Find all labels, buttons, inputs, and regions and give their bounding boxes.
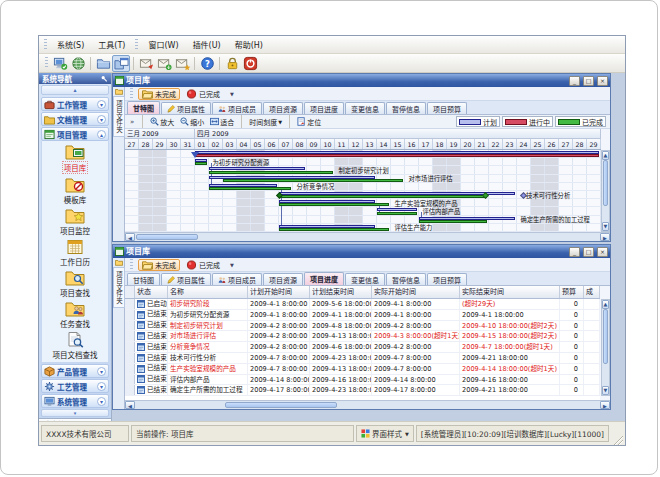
tab-project-attrs[interactable]: 项目属性 (161, 102, 211, 114)
project-window-button[interactable] (112, 55, 130, 72)
chevron-down-icon[interactable]: ▾ (97, 367, 106, 376)
scroll-thumb[interactable] (136, 234, 198, 240)
row-selector[interactable] (125, 353, 135, 363)
scroll-right-button[interactable]: ▶ (600, 233, 610, 241)
sidebar-item-work-calendar[interactable]: 工作日历 (42, 238, 108, 267)
table-vertical-scrollbar[interactable]: ▲ ▼ (601, 299, 610, 396)
tab-project-budget[interactable]: 项目预算 (427, 273, 467, 285)
sidebar-item-project-monitor[interactable]: 项目监控 (42, 207, 108, 236)
column-header-3[interactable]: 计划开始时间 (248, 286, 310, 298)
table-row[interactable]: 已结束生产实验室规模的产品2009-4-7 8:00:002009-4-13 1… (125, 364, 600, 375)
sidebar-item-project-library[interactable]: 项目库 (42, 143, 108, 174)
scroll-thumb[interactable] (225, 402, 337, 408)
gantt-bar-done[interactable] (279, 228, 389, 231)
workstation-button[interactable] (51, 55, 69, 72)
resize-grip[interactable] (612, 434, 623, 445)
chevron-down-icon[interactable]: ▾ (97, 397, 106, 406)
sidebar-section-docs[interactable]: 文档管理▾ (41, 112, 109, 126)
maximize-button[interactable]: □ (583, 247, 594, 257)
sidebar-section-sysmgmt[interactable]: 系统管理▾ (41, 394, 109, 408)
table-row[interactable]: 已结束技术可行性分析2009-4-7 8:00:002009-4-23 18:0… (125, 353, 600, 364)
close-button[interactable]: × (597, 76, 608, 86)
column-header-6[interactable]: 实际结束时间 (460, 286, 560, 298)
table-window-titlebar[interactable]: 项目库 _ □ × (113, 245, 610, 258)
tab-project-budget[interactable]: 项目预算 (427, 102, 467, 114)
menu-window[interactable]: 窗口(W) (141, 37, 185, 52)
pin-icon[interactable] (100, 75, 108, 83)
tab-gantt-chart[interactable]: 甘特图 (127, 273, 160, 285)
column-header-4[interactable]: 计划结束时间 (310, 286, 372, 298)
tab-pause-info[interactable]: 暂停信息 (386, 273, 426, 285)
gantt-vertical-scrollbar[interactable]: ▲ ▼ (601, 150, 610, 232)
scroll-up-button[interactable]: ▲ (602, 300, 609, 309)
menu-system[interactable]: 系统(S) (50, 37, 91, 52)
sidebar-item-task-search[interactable]: 任务查找 (42, 300, 108, 329)
toolbar-overflow-button[interactable]: » (127, 118, 137, 126)
gantt-bar-done[interactable] (279, 203, 389, 206)
locate-button[interactable]: 定位 (295, 116, 323, 128)
sidebar-section-craft[interactable]: 工艺管理▾ (41, 379, 109, 393)
gantt-bar-done[interactable] (279, 195, 487, 198)
table-folder-vtab[interactable]: 项目文件夹 (113, 258, 125, 409)
minimize-button[interactable]: _ (569, 247, 580, 257)
close-button[interactable]: × (597, 247, 608, 257)
scroll-thumb[interactable] (603, 160, 608, 206)
scroll-up-button[interactable]: ▲ (602, 151, 609, 160)
help-button[interactable]: ? (198, 55, 216, 72)
tab-gantt-chart[interactable]: 甘特图 (127, 101, 160, 114)
column-header-1[interactable]: 状态 (135, 286, 168, 298)
row-selector[interactable] (125, 375, 135, 385)
chevron-up-icon[interactable]: ▴ (97, 130, 106, 139)
filter-finished-button[interactable]: 已完成 (182, 259, 224, 271)
zoom-out-button[interactable]: 缩小 (178, 116, 206, 128)
filter-overflow-button[interactable]: ▼ (226, 262, 238, 268)
tab-pause-info[interactable]: 暂停信息 (386, 102, 426, 114)
sidebar-section-product[interactable]: 产品管理▾ (41, 364, 109, 378)
zoom-in-button[interactable]: 放大 (148, 116, 176, 128)
tab-project-progress[interactable]: 项目进度 (304, 102, 344, 114)
gantt-bar-done[interactable] (195, 162, 207, 165)
gantt-bar-done[interactable] (223, 179, 403, 182)
row-selector[interactable] (125, 321, 135, 331)
row-selector[interactable] (125, 331, 135, 341)
row-selector[interactable] (125, 385, 135, 395)
row-selector[interactable] (125, 299, 135, 309)
table-row[interactable]: 已结束对市场进行评估2009-4-2 8:00:002009-4-13 18:0… (125, 331, 600, 342)
gantt-folder-vtab[interactable]: 项目文件夹 (113, 87, 125, 241)
lock-button[interactable] (223, 55, 241, 72)
menu-tools[interactable]: 工具(T) (91, 37, 132, 52)
sidebar-item-template-library[interactable]: 模板库 (42, 176, 108, 205)
sidebar-item-project-search[interactable]: 项目查找 (42, 269, 108, 298)
row-selector[interactable] (125, 310, 135, 320)
row-selector[interactable] (125, 364, 135, 374)
tab-project-members[interactable]: 项目成员 (212, 102, 262, 114)
fit-button[interactable]: 适合 (208, 116, 236, 128)
column-header-7[interactable]: 预算 (560, 286, 584, 298)
mail-send-button[interactable] (137, 55, 155, 72)
tab-project-resources[interactable]: 项目资源 (263, 102, 303, 114)
gantt-window-titlebar[interactable]: 项目库 _ □ × (113, 74, 610, 87)
tab-project-progress[interactable]: 项目进度 (304, 272, 344, 285)
sidebar-scroll-up-button[interactable]: ▴ (41, 85, 109, 95)
table-horizontal-scrollbar[interactable]: ◀ ▶ (125, 400, 610, 409)
menu-plugins[interactable]: 插件(U) (186, 37, 228, 52)
gantt-bar-done[interactable] (419, 220, 487, 223)
mail-receive-button[interactable] (155, 55, 173, 72)
scroll-left-button[interactable]: ◀ (125, 233, 135, 241)
timescale-button[interactable]: 时间刻度▼ (247, 116, 284, 128)
tab-project-attrs[interactable]: 项目属性 (161, 273, 211, 285)
sidebar-section-work[interactable]: 工作管理▾ (41, 97, 109, 111)
table-row[interactable]: 已结束评估内部产品2009-4-14 8:00:002009-4-16 18:0… (125, 375, 600, 386)
tab-change-info[interactable]: 变更信息 (345, 273, 385, 285)
menu-help[interactable]: 帮助(H) (228, 37, 270, 52)
scroll-left-button[interactable]: ◀ (125, 401, 135, 409)
filter-unfinished-button[interactable]: 未完成 (138, 88, 180, 100)
tab-project-resources[interactable]: 项目资源 (263, 273, 303, 285)
table-row[interactable]: 已结束确定生产所需的加工过程2009-4-17 8:00:002009-4-23… (125, 385, 600, 396)
scroll-down-button[interactable]: ▼ (602, 386, 609, 395)
gantt-horizontal-scrollbar[interactable]: ◀ ▶ (125, 232, 610, 241)
sidebar-item-project-doc-search[interactable]: 项目文档查找 (42, 331, 108, 360)
gantt-bar-progress[interactable] (195, 154, 599, 157)
table-row[interactable]: 已结束为初步研究分配资源2009-4-1 8:00:002009-4-1 18:… (125, 310, 600, 321)
filter-finished-button[interactable]: 已完成 (182, 88, 224, 100)
